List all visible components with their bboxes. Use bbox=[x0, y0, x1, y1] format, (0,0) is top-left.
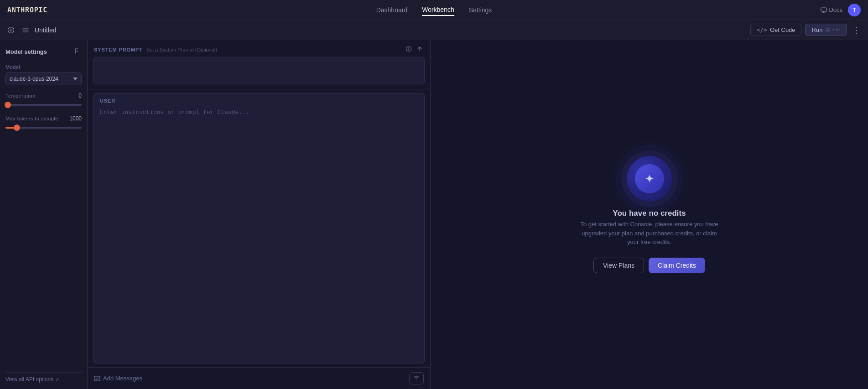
max-tokens-field: Max tokens to sample 1000 bbox=[5, 115, 82, 131]
user-textarea[interactable] bbox=[94, 105, 424, 363]
system-prompt-expand-button[interactable] bbox=[416, 45, 424, 54]
view-api-link[interactable]: View all API options ↗ bbox=[5, 376, 82, 383]
code-icon: </> bbox=[756, 26, 767, 33]
run-button[interactable]: Run ⌘ + ↵ bbox=[805, 24, 847, 36]
plus-circle-icon bbox=[7, 26, 15, 34]
no-credits-container: ✦ You have no credits To get started wit… bbox=[577, 156, 722, 273]
external-link-icon: ↗ bbox=[55, 377, 59, 382]
svg-rect-3 bbox=[94, 376, 100, 381]
credits-icon-outer: ✦ bbox=[627, 156, 672, 202]
center-panel: SYSTEM PROMPT Set a System Prompt (Optio… bbox=[88, 40, 430, 389]
user-message-box: USER bbox=[93, 93, 425, 363]
nav-item-workbench[interactable]: Workbench bbox=[422, 4, 454, 16]
temperature-field: Temperature 0 bbox=[5, 93, 82, 108]
info-icon bbox=[405, 46, 412, 52]
docs-link[interactable]: Docs bbox=[821, 6, 842, 13]
max-tokens-value: 1000 bbox=[69, 115, 82, 122]
toolbar: Untitled </> Get Code Run ⌘ + ↵ ⋮ bbox=[0, 20, 868, 40]
no-credits-title: You have no credits bbox=[577, 209, 722, 218]
toolbar-left: Untitled bbox=[5, 25, 56, 36]
svg-rect-0 bbox=[821, 8, 826, 11]
system-prompt-section: SYSTEM PROMPT Set a System Prompt (Optio… bbox=[88, 40, 430, 89]
view-plans-button[interactable]: View Plans bbox=[593, 258, 644, 273]
user-label: USER bbox=[94, 93, 424, 105]
nav-center: Dashboard Workbench Settings bbox=[376, 4, 492, 16]
message-section: Add Messages bbox=[88, 367, 430, 389]
filter-button[interactable] bbox=[409, 372, 424, 384]
list-button[interactable] bbox=[20, 25, 31, 36]
collapse-icon bbox=[73, 47, 81, 55]
model-select[interactable]: claude-3-opus-2024 bbox=[5, 73, 82, 85]
avatar[interactable]: T bbox=[848, 4, 861, 16]
get-code-button[interactable]: </> Get Code bbox=[750, 24, 801, 36]
system-prompt-header: SYSTEM PROMPT Set a System Prompt (Optio… bbox=[88, 40, 430, 57]
toolbar-right: </> Get Code Run ⌘ + ↵ ⋮ bbox=[750, 23, 863, 37]
model-settings-title: Model settings bbox=[5, 48, 47, 55]
system-prompt-label: SYSTEM PROMPT bbox=[94, 47, 143, 52]
sidebar-bottom: View all API options ↗ bbox=[5, 372, 82, 383]
credits-icon-inner: ✦ bbox=[635, 164, 664, 193]
temperature-label: Temperature bbox=[5, 93, 36, 99]
no-credits-text-block: You have no credits To get started with … bbox=[577, 209, 722, 247]
model-field: Model claude-3-opus-2024 bbox=[5, 64, 82, 85]
max-tokens-row: Max tokens to sample 1000 bbox=[5, 115, 82, 122]
nav-right: Docs T bbox=[821, 4, 861, 16]
add-messages-icon bbox=[94, 375, 100, 382]
sparkle-icon: ✦ bbox=[645, 172, 655, 186]
expand-icon bbox=[416, 46, 423, 52]
collapse-sidebar-button[interactable] bbox=[73, 47, 82, 57]
nav-item-settings[interactable]: Settings bbox=[469, 5, 492, 16]
temperature-value: 0 bbox=[78, 93, 82, 99]
filter-icon bbox=[413, 374, 420, 381]
claim-credits-button[interactable]: Claim Credits bbox=[649, 258, 705, 273]
system-prompt-box bbox=[93, 57, 425, 84]
list-icon bbox=[22, 26, 29, 34]
main-layout: Model settings Model claude-3-opus-2024 … bbox=[0, 40, 868, 389]
credits-actions: View Plans Claim Credits bbox=[593, 258, 705, 273]
system-prompt-info-button[interactable] bbox=[405, 45, 413, 54]
temperature-slider-wrapper bbox=[5, 102, 82, 108]
add-messages-button[interactable]: Add Messages bbox=[94, 375, 142, 382]
top-nav: ANTHROPIC Dashboard Workbench Settings D… bbox=[0, 0, 868, 20]
max-tokens-slider-wrapper bbox=[5, 124, 82, 131]
logo: ANTHROPIC bbox=[7, 6, 47, 14]
monitor-icon bbox=[821, 7, 827, 13]
sidebar: Model settings Model claude-3-opus-2024 … bbox=[0, 40, 88, 389]
new-button[interactable] bbox=[5, 25, 16, 36]
model-label: Model bbox=[5, 64, 82, 70]
no-credits-description: To get started with Console, please ensu… bbox=[577, 220, 722, 247]
system-prompt-actions bbox=[405, 45, 424, 54]
toolbar-title: Untitled bbox=[35, 26, 56, 34]
temperature-row: Temperature 0 bbox=[5, 93, 82, 99]
more-options-button[interactable]: ⋮ bbox=[851, 23, 863, 37]
nav-item-dashboard[interactable]: Dashboard bbox=[376, 5, 408, 16]
right-panel: ✦ You have no credits To get started wit… bbox=[430, 40, 868, 389]
system-prompt-hint: Set a System Prompt (Optional) bbox=[146, 47, 217, 52]
sidebar-header: Model settings bbox=[5, 47, 82, 57]
run-shortcut: ⌘ + ↵ bbox=[825, 27, 840, 33]
max-tokens-label: Max tokens to sample bbox=[5, 116, 58, 121]
